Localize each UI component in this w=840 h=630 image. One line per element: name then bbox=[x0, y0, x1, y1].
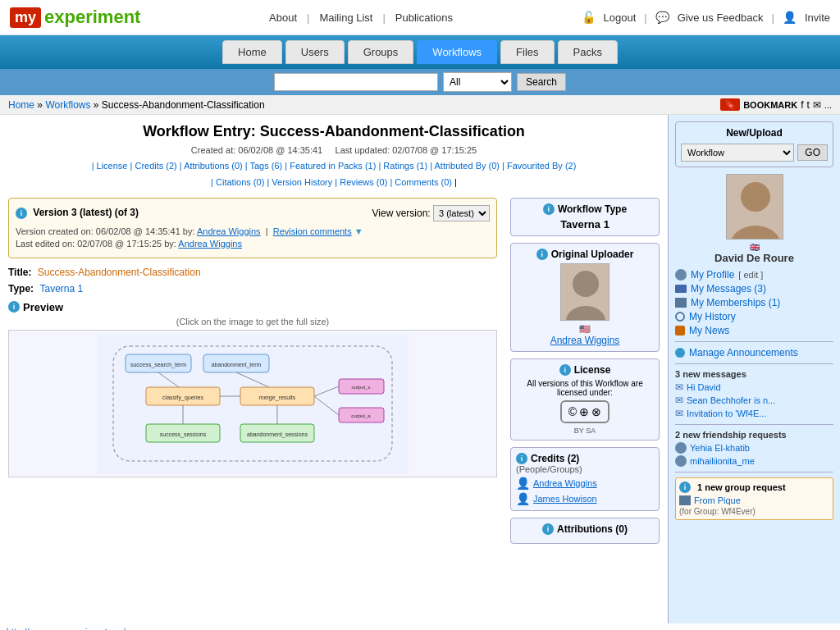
group-request-detail: (for Group: Wf4Ever) bbox=[679, 507, 829, 516]
message-item-3[interactable]: ✉ Invitation to 'Wf4E... bbox=[675, 408, 833, 419]
link-tags[interactable]: | Tags (6) bbox=[245, 161, 282, 171]
workflow-type-value: Taverna 1 bbox=[516, 218, 654, 231]
svg-text:abandonment_term: abandonment_term bbox=[212, 362, 262, 368]
top-nav-links: About | Mailing List | Publications bbox=[269, 11, 453, 24]
friendship-item-1[interactable]: Yehia El-khatib bbox=[675, 442, 833, 454]
logout-link[interactable]: Logout bbox=[604, 11, 637, 24]
preview-title: i Preview bbox=[8, 301, 497, 313]
cc-license-badge: © ⊕ ⊗ bbox=[516, 400, 654, 423]
svg-text:output_s: output_s bbox=[351, 385, 370, 390]
updated-date: Last updated: 02/07/08 @ 17:15:25 bbox=[336, 145, 477, 155]
info-icon: i bbox=[16, 208, 27, 219]
link-ratings[interactable]: | Ratings (1) bbox=[378, 161, 427, 171]
invite-icon: 👤 bbox=[783, 11, 797, 24]
license-description: All versions of this Workflow are licens… bbox=[516, 379, 654, 397]
invite-link[interactable]: Invite bbox=[805, 11, 830, 24]
link-favourited[interactable]: | Favourited By (2) bbox=[502, 161, 576, 171]
link-license[interactable]: | License bbox=[92, 161, 128, 171]
friendship-header: 2 new friendship requests bbox=[675, 430, 833, 440]
version-select[interactable]: 3 (latest) 2 1 bbox=[433, 205, 490, 221]
history-icon bbox=[675, 312, 685, 322]
my-profile-link[interactable]: My Profile [ edit ] bbox=[675, 269, 833, 281]
svg-text:merge_results: merge_results bbox=[259, 395, 296, 401]
workflow-links: | License | Credits (2) | Attributions (… bbox=[8, 158, 660, 191]
message-item-2[interactable]: ✉ Sean Bechhofer is n... bbox=[675, 395, 833, 406]
message-item-1[interactable]: ✉ Hi David bbox=[675, 381, 833, 393]
content-body: i Version 3 (latest) (of 3) View version… bbox=[8, 198, 660, 550]
my-history-link[interactable]: My History bbox=[675, 311, 833, 322]
my-messages-link[interactable]: My Messages (3) bbox=[675, 283, 833, 294]
link-citations[interactable]: | Citations (0) bbox=[211, 177, 264, 187]
preview-image[interactable]: success_search_term abandonment_term cla… bbox=[8, 330, 497, 477]
bottom-url-link[interactable]: http://www.myexperiment.org/ bbox=[7, 627, 126, 630]
search-input[interactable] bbox=[274, 73, 438, 91]
group-request-section: i 1 new group request From Pique (for Gr… bbox=[675, 477, 833, 520]
nav-publications[interactable]: Publications bbox=[395, 11, 453, 24]
flag-icon: 🇬🇧 bbox=[675, 243, 833, 252]
breadcrumb-workflows[interactable]: Workflows bbox=[45, 99, 90, 111]
tab-groups[interactable]: Groups bbox=[348, 40, 414, 64]
credits-box: i Credits (2) (People/Groups) 👤 Andrea W… bbox=[510, 447, 660, 511]
tab-files[interactable]: Files bbox=[500, 40, 554, 64]
link-comments[interactable]: | Comments (0) bbox=[390, 177, 452, 187]
announce-icon bbox=[675, 348, 685, 358]
version-editor-link[interactable]: Andrea Wiggins bbox=[178, 239, 242, 249]
tab-home[interactable]: Home bbox=[222, 40, 282, 64]
search-filter-select[interactable]: All Workflows Files Users Groups bbox=[443, 72, 512, 92]
friendship-item-2[interactable]: mihailiionita_me bbox=[675, 455, 833, 467]
workflow-type-box: i Workflow Type Taverna 1 bbox=[510, 198, 660, 236]
new-messages-section: 3 new messages ✉ Hi David ✉ Sean Bechhof… bbox=[675, 369, 833, 419]
nav-about[interactable]: About bbox=[269, 11, 297, 24]
new-upload-title: New/Upload bbox=[681, 127, 828, 139]
go-button[interactable]: GO bbox=[797, 144, 828, 161]
svg-text:success_search_term: success_search_term bbox=[130, 362, 186, 368]
version-creator-link[interactable]: Andrea Wiggins bbox=[197, 226, 261, 236]
link-version-history[interactable]: | Version History bbox=[267, 177, 332, 187]
link-attributed-by[interactable]: | Attributed By (0) bbox=[430, 161, 500, 171]
credit-link-2[interactable]: James Howison bbox=[533, 494, 597, 504]
revision-comments-link[interactable]: Revision comments bbox=[273, 226, 352, 236]
friend-icon-2 bbox=[675, 455, 687, 467]
nav-mailing-list[interactable]: Mailing List bbox=[319, 11, 372, 24]
right-panel: i Workflow Type Taverna 1 i Original Upl… bbox=[504, 198, 660, 550]
top-right-actions: 🔓 Logout | 💬 Give us Feedback | 👤 Invite bbox=[582, 11, 830, 24]
breadcrumb-home[interactable]: Home bbox=[8, 99, 34, 111]
uploader-name-link[interactable]: Andrea Wiggins bbox=[550, 335, 620, 346]
my-news-link[interactable]: My News bbox=[675, 325, 833, 336]
content-area: Workflow Entry: Success-Abandonment-Clas… bbox=[0, 115, 668, 623]
link-reviews[interactable]: | Reviews (0) bbox=[335, 177, 387, 187]
manage-announcements-link[interactable]: Manage Announcements bbox=[675, 347, 833, 358]
workflow-meta: Created at: 06/02/08 @ 14:35:41 Last upd… bbox=[8, 145, 660, 155]
link-attributions[interactable]: | Attributions (0) bbox=[180, 161, 243, 171]
logo-my: my bbox=[10, 7, 41, 28]
group-request-from-link[interactable]: From Pique bbox=[694, 495, 741, 505]
person-icon-1: 👤 bbox=[516, 477, 530, 490]
tab-users[interactable]: Users bbox=[285, 40, 345, 64]
link-featured[interactable]: | Featured in Packs (1) bbox=[285, 161, 376, 171]
svg-point-29 bbox=[741, 182, 770, 212]
divider-2 bbox=[675, 363, 833, 364]
svg-text:output_a: output_a bbox=[351, 413, 371, 418]
original-uploader-box: i Original Uploader 🇺🇸 Andrea Wiggins bbox=[510, 243, 660, 352]
link-credits[interactable]: | Credits (2) bbox=[130, 161, 177, 171]
search-button[interactable]: Search bbox=[517, 73, 566, 91]
logout-icon: 🔓 bbox=[582, 11, 596, 24]
logo: my experiment bbox=[10, 7, 140, 28]
feedback-link[interactable]: Give us Feedback bbox=[678, 11, 764, 24]
envelope-icon-2: ✉ bbox=[675, 395, 683, 406]
messages-header: 3 new messages bbox=[675, 369, 833, 379]
user-icon bbox=[675, 269, 687, 281]
left-content: i Version 3 (latest) (of 3) View version… bbox=[8, 198, 497, 550]
credit-link-1[interactable]: Andrea Wiggins bbox=[533, 478, 597, 488]
main-nav-bar: Home Users Groups Workflows Files Packs bbox=[0, 35, 840, 69]
version-created-meta: Version created on: 06/02/08 @ 14:35:41 … bbox=[16, 226, 490, 236]
version-label: Version 3 (latest) (of 3) bbox=[33, 207, 139, 218]
preview-info-icon: i bbox=[8, 301, 20, 313]
preview-note: (Click on the image to get the full size… bbox=[8, 317, 497, 326]
divider-3 bbox=[675, 424, 833, 425]
type-field-row: Type: Taverna 1 bbox=[8, 283, 497, 294]
tab-packs[interactable]: Packs bbox=[558, 40, 618, 64]
tab-workflows[interactable]: Workflows bbox=[417, 40, 497, 64]
my-memberships-link[interactable]: My Memberships (1) bbox=[675, 297, 833, 308]
upload-type-select[interactable]: Workflow File Pack bbox=[681, 144, 794, 162]
